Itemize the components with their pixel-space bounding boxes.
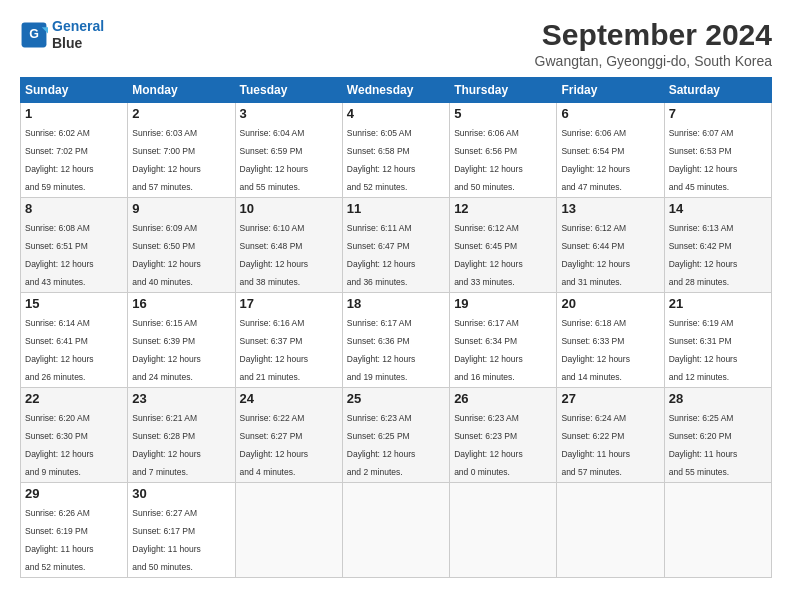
calendar-week-5: 29 Sunrise: 6:26 AMSunset: 6:19 PMDaylig… bbox=[21, 483, 772, 578]
day-info: Sunrise: 6:19 AMSunset: 6:31 PMDaylight:… bbox=[669, 318, 738, 382]
calendar-page: G General Blue September 2024 Gwangtan, … bbox=[0, 0, 792, 612]
day-info: Sunrise: 6:05 AMSunset: 6:58 PMDaylight:… bbox=[347, 128, 416, 192]
day-number: 5 bbox=[454, 106, 552, 121]
col-sunday: Sunday bbox=[21, 78, 128, 103]
col-tuesday: Tuesday bbox=[235, 78, 342, 103]
day-info: Sunrise: 6:12 AMSunset: 6:45 PMDaylight:… bbox=[454, 223, 523, 287]
day-info: Sunrise: 6:11 AMSunset: 6:47 PMDaylight:… bbox=[347, 223, 416, 287]
title-block: September 2024 Gwangtan, Gyeonggi-do, So… bbox=[535, 18, 772, 69]
day-info: Sunrise: 6:12 AMSunset: 6:44 PMDaylight:… bbox=[561, 223, 630, 287]
day-number: 29 bbox=[25, 486, 123, 501]
day-info: Sunrise: 6:13 AMSunset: 6:42 PMDaylight:… bbox=[669, 223, 738, 287]
logo-icon: G bbox=[20, 21, 48, 49]
calendar-body: 1 Sunrise: 6:02 AMSunset: 7:02 PMDayligh… bbox=[21, 103, 772, 578]
day-number: 4 bbox=[347, 106, 445, 121]
calendar-cell: 18 Sunrise: 6:17 AMSunset: 6:36 PMDaylig… bbox=[342, 293, 449, 388]
calendar-cell: 23 Sunrise: 6:21 AMSunset: 6:28 PMDaylig… bbox=[128, 388, 235, 483]
day-number: 12 bbox=[454, 201, 552, 216]
day-info: Sunrise: 6:25 AMSunset: 6:20 PMDaylight:… bbox=[669, 413, 738, 477]
svg-text:G: G bbox=[29, 27, 39, 41]
calendar-cell: 1 Sunrise: 6:02 AMSunset: 7:02 PMDayligh… bbox=[21, 103, 128, 198]
day-info: Sunrise: 6:10 AMSunset: 6:48 PMDaylight:… bbox=[240, 223, 309, 287]
calendar-cell: 21 Sunrise: 6:19 AMSunset: 6:31 PMDaylig… bbox=[664, 293, 771, 388]
calendar-cell: 29 Sunrise: 6:26 AMSunset: 6:19 PMDaylig… bbox=[21, 483, 128, 578]
calendar-cell: 10 Sunrise: 6:10 AMSunset: 6:48 PMDaylig… bbox=[235, 198, 342, 293]
calendar-cell bbox=[342, 483, 449, 578]
calendar-cell: 26 Sunrise: 6:23 AMSunset: 6:23 PMDaylig… bbox=[450, 388, 557, 483]
day-number: 13 bbox=[561, 201, 659, 216]
day-info: Sunrise: 6:23 AMSunset: 6:23 PMDaylight:… bbox=[454, 413, 523, 477]
day-number: 24 bbox=[240, 391, 338, 406]
day-number: 3 bbox=[240, 106, 338, 121]
day-number: 28 bbox=[669, 391, 767, 406]
day-info: Sunrise: 6:15 AMSunset: 6:39 PMDaylight:… bbox=[132, 318, 201, 382]
calendar-cell: 13 Sunrise: 6:12 AMSunset: 6:44 PMDaylig… bbox=[557, 198, 664, 293]
col-saturday: Saturday bbox=[664, 78, 771, 103]
day-number: 1 bbox=[25, 106, 123, 121]
calendar-cell: 15 Sunrise: 6:14 AMSunset: 6:41 PMDaylig… bbox=[21, 293, 128, 388]
calendar-cell: 4 Sunrise: 6:05 AMSunset: 6:58 PMDayligh… bbox=[342, 103, 449, 198]
calendar-cell: 27 Sunrise: 6:24 AMSunset: 6:22 PMDaylig… bbox=[557, 388, 664, 483]
day-number: 14 bbox=[669, 201, 767, 216]
calendar-cell: 25 Sunrise: 6:23 AMSunset: 6:25 PMDaylig… bbox=[342, 388, 449, 483]
day-number: 25 bbox=[347, 391, 445, 406]
calendar-cell: 30 Sunrise: 6:27 AMSunset: 6:17 PMDaylig… bbox=[128, 483, 235, 578]
day-info: Sunrise: 6:17 AMSunset: 6:36 PMDaylight:… bbox=[347, 318, 416, 382]
day-info: Sunrise: 6:26 AMSunset: 6:19 PMDaylight:… bbox=[25, 508, 94, 572]
calendar-cell: 22 Sunrise: 6:20 AMSunset: 6:30 PMDaylig… bbox=[21, 388, 128, 483]
calendar-cell bbox=[557, 483, 664, 578]
calendar-week-2: 8 Sunrise: 6:08 AMSunset: 6:51 PMDayligh… bbox=[21, 198, 772, 293]
calendar-cell bbox=[235, 483, 342, 578]
day-info: Sunrise: 6:07 AMSunset: 6:53 PMDaylight:… bbox=[669, 128, 738, 192]
day-info: Sunrise: 6:20 AMSunset: 6:30 PMDaylight:… bbox=[25, 413, 94, 477]
header: G General Blue September 2024 Gwangtan, … bbox=[20, 18, 772, 69]
calendar-cell: 12 Sunrise: 6:12 AMSunset: 6:45 PMDaylig… bbox=[450, 198, 557, 293]
calendar-header: Sunday Monday Tuesday Wednesday Thursday… bbox=[21, 78, 772, 103]
header-row: Sunday Monday Tuesday Wednesday Thursday… bbox=[21, 78, 772, 103]
logo-blue: Blue bbox=[52, 35, 104, 52]
day-info: Sunrise: 6:17 AMSunset: 6:34 PMDaylight:… bbox=[454, 318, 523, 382]
day-info: Sunrise: 6:22 AMSunset: 6:27 PMDaylight:… bbox=[240, 413, 309, 477]
day-number: 8 bbox=[25, 201, 123, 216]
calendar-cell: 14 Sunrise: 6:13 AMSunset: 6:42 PMDaylig… bbox=[664, 198, 771, 293]
day-info: Sunrise: 6:27 AMSunset: 6:17 PMDaylight:… bbox=[132, 508, 201, 572]
calendar-week-1: 1 Sunrise: 6:02 AMSunset: 7:02 PMDayligh… bbox=[21, 103, 772, 198]
calendar-cell: 24 Sunrise: 6:22 AMSunset: 6:27 PMDaylig… bbox=[235, 388, 342, 483]
calendar-cell: 8 Sunrise: 6:08 AMSunset: 6:51 PMDayligh… bbox=[21, 198, 128, 293]
calendar-cell: 16 Sunrise: 6:15 AMSunset: 6:39 PMDaylig… bbox=[128, 293, 235, 388]
calendar-cell: 17 Sunrise: 6:16 AMSunset: 6:37 PMDaylig… bbox=[235, 293, 342, 388]
day-info: Sunrise: 6:24 AMSunset: 6:22 PMDaylight:… bbox=[561, 413, 630, 477]
day-info: Sunrise: 6:04 AMSunset: 6:59 PMDaylight:… bbox=[240, 128, 309, 192]
calendar-cell: 2 Sunrise: 6:03 AMSunset: 7:00 PMDayligh… bbox=[128, 103, 235, 198]
col-friday: Friday bbox=[557, 78, 664, 103]
day-info: Sunrise: 6:06 AMSunset: 6:54 PMDaylight:… bbox=[561, 128, 630, 192]
col-thursday: Thursday bbox=[450, 78, 557, 103]
day-number: 6 bbox=[561, 106, 659, 121]
day-info: Sunrise: 6:14 AMSunset: 6:41 PMDaylight:… bbox=[25, 318, 94, 382]
calendar-cell: 20 Sunrise: 6:18 AMSunset: 6:33 PMDaylig… bbox=[557, 293, 664, 388]
calendar-table: Sunday Monday Tuesday Wednesday Thursday… bbox=[20, 77, 772, 578]
day-number: 2 bbox=[132, 106, 230, 121]
logo-text: General Blue bbox=[52, 18, 104, 52]
calendar-week-3: 15 Sunrise: 6:14 AMSunset: 6:41 PMDaylig… bbox=[21, 293, 772, 388]
calendar-week-4: 22 Sunrise: 6:20 AMSunset: 6:30 PMDaylig… bbox=[21, 388, 772, 483]
day-number: 11 bbox=[347, 201, 445, 216]
calendar-cell: 5 Sunrise: 6:06 AMSunset: 6:56 PMDayligh… bbox=[450, 103, 557, 198]
col-monday: Monday bbox=[128, 78, 235, 103]
day-info: Sunrise: 6:18 AMSunset: 6:33 PMDaylight:… bbox=[561, 318, 630, 382]
logo: G General Blue bbox=[20, 18, 104, 52]
day-info: Sunrise: 6:02 AMSunset: 7:02 PMDaylight:… bbox=[25, 128, 94, 192]
day-number: 26 bbox=[454, 391, 552, 406]
calendar-cell: 7 Sunrise: 6:07 AMSunset: 6:53 PMDayligh… bbox=[664, 103, 771, 198]
calendar-cell: 11 Sunrise: 6:11 AMSunset: 6:47 PMDaylig… bbox=[342, 198, 449, 293]
day-number: 10 bbox=[240, 201, 338, 216]
day-number: 16 bbox=[132, 296, 230, 311]
day-info: Sunrise: 6:21 AMSunset: 6:28 PMDaylight:… bbox=[132, 413, 201, 477]
day-number: 18 bbox=[347, 296, 445, 311]
day-number: 27 bbox=[561, 391, 659, 406]
calendar-cell: 28 Sunrise: 6:25 AMSunset: 6:20 PMDaylig… bbox=[664, 388, 771, 483]
day-number: 9 bbox=[132, 201, 230, 216]
calendar-cell: 3 Sunrise: 6:04 AMSunset: 6:59 PMDayligh… bbox=[235, 103, 342, 198]
day-number: 19 bbox=[454, 296, 552, 311]
logo-general: General bbox=[52, 18, 104, 34]
